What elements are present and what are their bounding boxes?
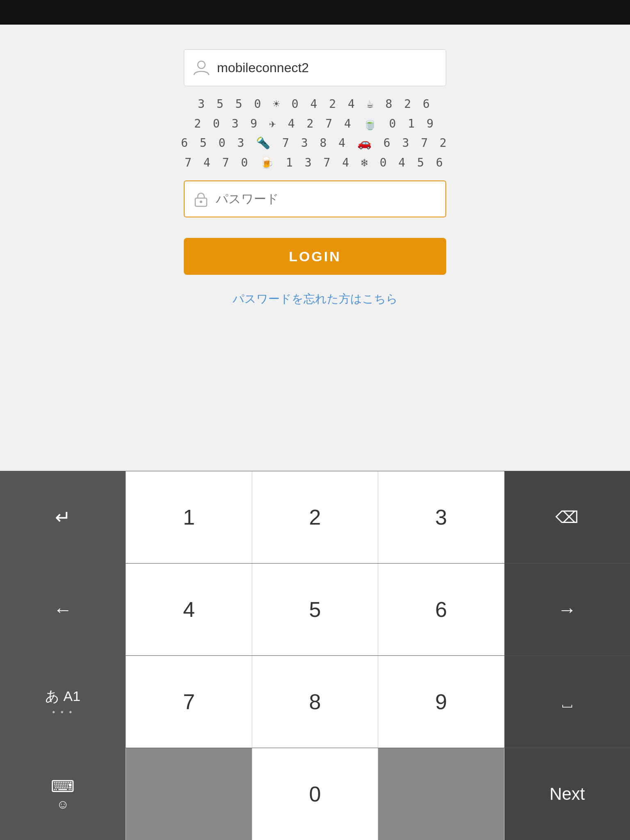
scramble-row-3: 6 5 0 3 🔦 7 3 8 4 🚗 6 3 7 2: [181, 133, 449, 153]
input-mode-label: あ A1: [45, 687, 80, 706]
key-row-2: ← 4 5 6 →: [0, 563, 630, 655]
key-1[interactable]: 1: [126, 471, 252, 563]
key-6[interactable]: 6: [378, 564, 504, 655]
delete-icon: ⌫: [555, 508, 579, 527]
key-row-3: あ A1 • • • 7 8 9 ⎵: [0, 655, 630, 748]
keyboard: ↵ 1 2 3 ⌫ ← 4 5: [0, 471, 630, 840]
password-input[interactable]: [216, 192, 437, 206]
password-field[interactable]: [184, 180, 446, 217]
key-0[interactable]: 0: [252, 748, 378, 840]
left-arrow-icon: ←: [53, 598, 72, 621]
key-row-4: ⌨ ☺ 0 Next: [0, 748, 630, 840]
key-right[interactable]: →: [504, 564, 630, 655]
status-bar: [0, 0, 630, 25]
return-icon: ↵: [55, 506, 71, 528]
lock-icon: [193, 191, 209, 207]
svg-point-0: [198, 61, 205, 68]
key-row-1: ↵ 1 2 3 ⌫: [0, 471, 630, 563]
key-8[interactable]: 8: [252, 656, 378, 748]
keyboard-icon: ⌨: [51, 777, 75, 796]
key-next[interactable]: Next: [504, 748, 630, 840]
scramble-row-4: 7 4 7 0 🍺 1 3 7 4 ❄ 0 4 5 6: [181, 153, 449, 173]
right-arrow-icon: →: [558, 598, 577, 621]
input-mode-dots: • • •: [52, 708, 73, 717]
scramble-grid: 3 5 5 0 ☀ 0 4 2 4 ☕ 8 2 6 2 0 3 9 ✈ 4 2 …: [181, 94, 449, 172]
key-9[interactable]: 9: [378, 656, 504, 748]
key-space-right: [378, 748, 504, 840]
emoji-icon: ☺: [57, 797, 69, 811]
key-2[interactable]: 2: [252, 471, 378, 563]
key-left[interactable]: ←: [0, 564, 126, 655]
key-7[interactable]: 7: [126, 656, 252, 748]
scramble-row-1: 3 5 5 0 ☀ 0 4 2 4 ☕ 8 2 6: [181, 94, 449, 114]
key-delete[interactable]: ⌫: [504, 471, 630, 563]
enter-icon: ⎵: [562, 693, 572, 711]
key-input-mode[interactable]: あ A1 • • •: [0, 656, 126, 748]
key-return[interactable]: ↵: [0, 471, 126, 563]
scramble-row-2: 2 0 3 9 ✈ 4 2 7 4 🍵 0 1 9: [181, 114, 449, 134]
key-enter[interactable]: ⎵: [504, 656, 630, 748]
username-field: mobileconnect2: [184, 49, 446, 86]
keyboard-area: ↵ 1 2 3 ⌫ ← 4 5: [0, 471, 630, 840]
key-5[interactable]: 5: [252, 564, 378, 655]
key-4[interactable]: 4: [126, 564, 252, 655]
forgot-password-link[interactable]: パスワードを忘れた方はこちら: [233, 291, 398, 307]
login-button[interactable]: LOGIN: [184, 238, 446, 275]
main-content: mobileconnect2 3 5 5 0 ☀ 0 4 2 4 ☕ 8 2 6…: [0, 25, 630, 307]
key-space-left: [126, 748, 252, 840]
key-emoji[interactable]: ⌨ ☺: [0, 748, 126, 840]
svg-point-2: [200, 201, 202, 203]
key-3[interactable]: 3: [378, 471, 504, 563]
username-display: mobileconnect2: [217, 60, 309, 75]
user-icon: [192, 59, 210, 77]
